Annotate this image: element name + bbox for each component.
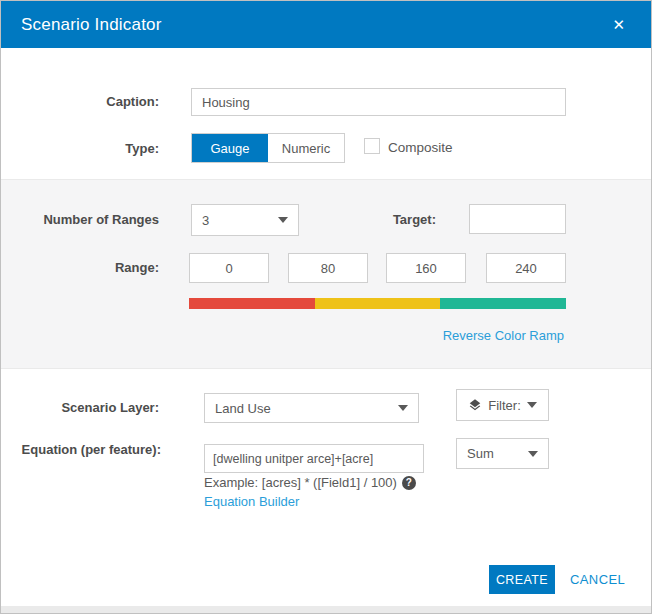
composite-label: Composite <box>388 140 453 155</box>
chevron-down-icon <box>527 402 537 408</box>
number-of-ranges-value: 3 <box>202 213 278 228</box>
equation-label: Equation (per feature): <box>1 442 161 458</box>
aggregation-select[interactable]: Sum <box>456 438 549 469</box>
filter-label: Filter: <box>488 398 521 413</box>
ramp-segment-red <box>189 298 315 309</box>
type-label: Type: <box>1 141 159 157</box>
range-input-1[interactable] <box>288 253 368 283</box>
scenario-layer-value: Land Use <box>215 401 398 416</box>
filter-dropdown-button[interactable]: Filter: <box>456 389 549 421</box>
range-input-2[interactable] <box>386 253 466 283</box>
dialog-header: Scenario Indicator ✕ <box>1 1 651 48</box>
range-label: Range: <box>1 260 159 276</box>
equation-builder-link[interactable]: Equation Builder <box>204 494 299 509</box>
bottom-strip <box>1 606 651 613</box>
range-input-3[interactable] <box>486 253 566 283</box>
scenario-layer-label: Scenario Layer: <box>1 400 159 416</box>
chevron-down-icon <box>278 217 288 223</box>
ramp-segment-green <box>440 298 566 309</box>
type-option-numeric[interactable]: Numeric <box>268 134 344 162</box>
color-ramp <box>189 298 566 309</box>
scenario-indicator-dialog: Scenario Indicator ✕ Caption: Type: Gaug… <box>0 0 652 614</box>
number-of-ranges-select[interactable]: 3 <box>191 204 299 236</box>
close-icon[interactable]: ✕ <box>606 13 631 36</box>
help-icon[interactable]: ? <box>402 476 416 490</box>
caption-label: Caption: <box>1 94 159 110</box>
layers-icon <box>468 398 482 412</box>
ramp-segment-yellow <box>315 298 441 309</box>
range-input-0[interactable] <box>189 253 269 283</box>
dialog-title: Scenario Indicator <box>21 15 162 35</box>
number-of-ranges-label: Number of Ranges <box>1 212 159 228</box>
target-input[interactable] <box>469 204 566 234</box>
equation-example-text: Example: [acres] * ([Field1] / 100) <box>204 475 397 490</box>
reverse-color-ramp-link[interactable]: Reverse Color Ramp <box>443 328 564 343</box>
equation-example-row: Example: [acres] * ([Field1] / 100) ? <box>204 475 416 490</box>
create-button[interactable]: CREATE <box>489 565 555 594</box>
caption-input[interactable] <box>191 88 566 116</box>
composite-checkbox[interactable] <box>364 138 380 154</box>
type-segmented-control: Gauge Numeric <box>191 133 345 163</box>
chevron-down-icon <box>528 451 538 457</box>
type-option-gauge[interactable]: Gauge <box>192 134 268 162</box>
aggregation-value: Sum <box>467 446 528 461</box>
target-label: Target: <box>336 212 436 228</box>
scenario-layer-select[interactable]: Land Use <box>204 393 419 423</box>
cancel-button[interactable]: CANCEL <box>570 572 625 587</box>
chevron-down-icon <box>398 405 408 411</box>
equation-input[interactable] <box>204 444 424 473</box>
